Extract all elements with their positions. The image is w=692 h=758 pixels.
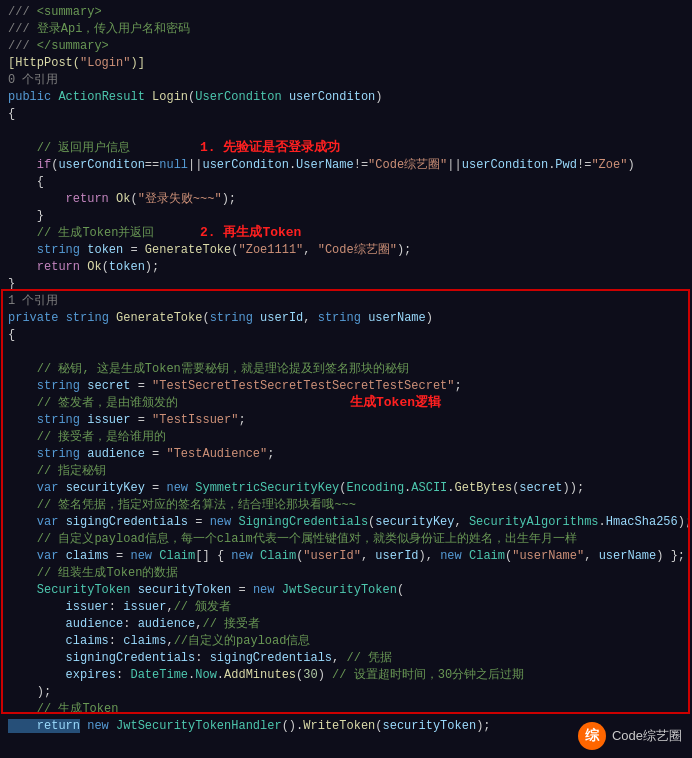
- code-line-35: SecurityToken securityToken = new JwtSec…: [0, 582, 692, 599]
- code-line-42: // 生成Token: [0, 701, 692, 718]
- code-line-27: string audience = "TestAudience";: [0, 446, 692, 463]
- watermark-icon-text: 综: [585, 727, 599, 745]
- code-line-41: );: [0, 684, 692, 701]
- code-line-31: var sigingCredentials = new SigningCrede…: [0, 514, 692, 531]
- code-line-2: /// 登录Api，传入用户名和密码: [0, 21, 692, 38]
- watermark: 综 Code综艺圈: [578, 722, 682, 750]
- code-line-40: expires: DateTime.Now.AddMinutes(30) // …: [0, 667, 692, 684]
- code-line-18: 1 个引用: [0, 293, 692, 310]
- code-line-8: [0, 123, 692, 140]
- annotation-step2: 2. 再生成Token: [200, 224, 301, 241]
- code-line-10: if(userConditon==null||userConditon.User…: [0, 157, 692, 174]
- code-editor: /// <summary> /// 登录Api，传入用户名和密码 /// </s…: [0, 0, 692, 758]
- code-line-38: claims: claims,//自定义的payload信息: [0, 633, 692, 650]
- code-line-32: // 自定义payload信息，每一个claim代表一个属性键值对，就类似身份证…: [0, 531, 692, 548]
- code-line-14: // 生成Token并返回 2. 再生成Token: [0, 225, 692, 242]
- annotation-step1: 1. 先验证是否登录成功: [200, 139, 340, 156]
- watermark-text: Code综艺圈: [612, 727, 682, 745]
- code-line-5: 0 个引用: [0, 72, 692, 89]
- code-line-39: signingCredentials: sigingCredentials, /…: [0, 650, 692, 667]
- code-line-24: // 签发者，是由谁颁发的 生成Token逻辑: [0, 395, 692, 412]
- code-line-13: }: [0, 208, 692, 225]
- code-line-15: string token = GenerateToke("Zoe1111", "…: [0, 242, 692, 259]
- code-line-4: [HttpPost("Login")]: [0, 55, 692, 72]
- code-line-26: // 接受者，是给谁用的: [0, 429, 692, 446]
- code-line-17: }: [0, 276, 692, 293]
- code-line-11: {: [0, 174, 692, 191]
- code-line-20: {: [0, 327, 692, 344]
- watermark-icon: 综: [578, 722, 606, 750]
- code-line-36: issuer: issuer,// 颁发者: [0, 599, 692, 616]
- code-line-9: // 返回用户信息 1. 先验证是否登录成功: [0, 140, 692, 157]
- code-line-6: public ActionResult Login(UserConditon u…: [0, 89, 692, 106]
- code-line-7: {: [0, 106, 692, 123]
- annotation-step3: 生成Token逻辑: [350, 394, 441, 411]
- code-line-33: var claims = new Claim[] { new Claim("us…: [0, 548, 692, 565]
- code-line-37: audience: audience,// 接受者: [0, 616, 692, 633]
- code-line-16: return Ok(token);: [0, 259, 692, 276]
- code-line-22: // 秘钥, 这是生成Token需要秘钥，就是理论提及到签名那块的秘钥: [0, 361, 692, 378]
- code-line-29: var securityKey = new SymmetricSecurityK…: [0, 480, 692, 497]
- code-line-23: string secret = "TestSecretTestSecretTes…: [0, 378, 692, 395]
- code-line-30: // 签名凭据，指定对应的签名算法，结合理论那块看哦~~~: [0, 497, 692, 514]
- code-line-28: // 指定秘钥: [0, 463, 692, 480]
- code-line-1: /// <summary>: [0, 4, 692, 21]
- code-line-34: // 组装生成Token的数据: [0, 565, 692, 582]
- code-line-3: /// </summary>: [0, 38, 692, 55]
- code-line-19: private string GenerateToke(string userI…: [0, 310, 692, 327]
- code-line-21: [0, 344, 692, 361]
- code-line-25: string issuer = "TestIssuer";: [0, 412, 692, 429]
- code-line-12: return Ok("登录失败~~~");: [0, 191, 692, 208]
